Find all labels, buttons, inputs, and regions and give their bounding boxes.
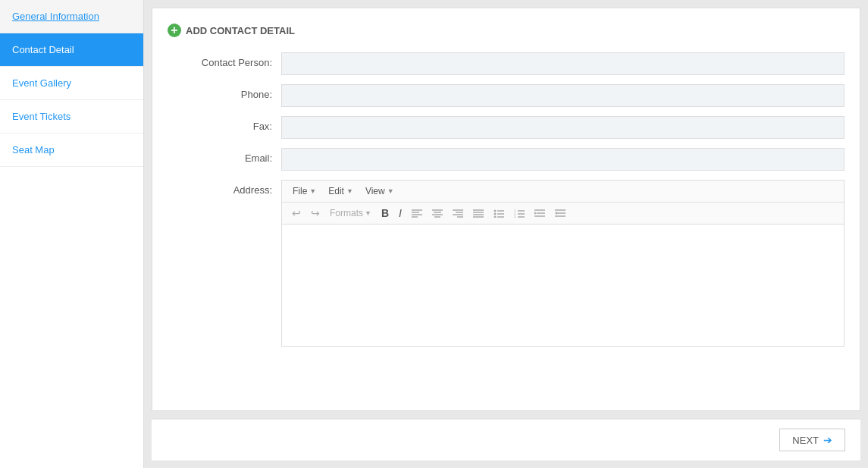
align-center-button[interactable]	[428, 207, 447, 219]
email-input[interactable]	[281, 148, 844, 171]
contact-person-row: Contact Person:	[168, 52, 844, 75]
outdent-button[interactable]	[531, 207, 549, 219]
svg-marker-34	[555, 212, 557, 215]
contact-person-label: Contact Person:	[168, 52, 281, 68]
sidebar-item-event-gallery[interactable]: Event Gallery	[0, 67, 143, 100]
undo-button[interactable]: ↩	[288, 206, 305, 221]
view-menu[interactable]: View ▼	[361, 184, 399, 199]
phone-row: Phone:	[168, 84, 844, 107]
file-menu[interactable]: File ▼	[288, 184, 321, 199]
fax-input[interactable]	[281, 116, 844, 139]
next-arrow-icon: ➔	[823, 434, 832, 446]
italic-button[interactable]: I	[395, 206, 406, 221]
svg-marker-30	[534, 212, 537, 215]
sidebar: General Information Contact Detail Event…	[0, 0, 144, 468]
list-ordered-button[interactable]: 1.2.3.	[510, 207, 528, 219]
svg-point-20	[494, 216, 496, 218]
file-menu-chevron: ▼	[309, 187, 316, 195]
sidebar-item-event-tickets[interactable]: Event Tickets	[0, 100, 143, 133]
main-content: + ADD CONTACT DETAIL Contact Person: Pho…	[144, 0, 868, 468]
address-editor: File ▼ Edit ▼ View ▼ ↩ ↪	[281, 180, 844, 347]
add-icon: +	[168, 24, 181, 37]
editor-toolbar: ↩ ↪ Formats ▼ B I	[282, 203, 844, 225]
indent-button[interactable]	[551, 207, 569, 219]
edit-menu-chevron: ▼	[346, 187, 353, 195]
email-label: Email:	[168, 148, 281, 164]
phone-input[interactable]	[281, 84, 844, 107]
contact-person-input[interactable]	[281, 52, 844, 75]
align-right-button[interactable]	[449, 207, 467, 219]
svg-point-18	[494, 213, 496, 215]
add-contact-header: + ADD CONTACT DETAIL	[168, 24, 844, 37]
bottom-bar: NEXT ➔	[152, 419, 860, 460]
align-left-button[interactable]	[408, 207, 426, 219]
next-button[interactable]: NEXT ➔	[779, 429, 845, 451]
sidebar-item-seat-map[interactable]: Seat Map	[0, 133, 143, 167]
fax-label: Fax:	[168, 116, 281, 132]
svg-text:3.: 3.	[514, 215, 516, 218]
email-row: Email:	[168, 148, 844, 171]
bold-button[interactable]: B	[378, 206, 393, 221]
address-label: Address:	[168, 180, 281, 196]
formats-menu[interactable]: Formats ▼	[326, 206, 375, 220]
editor-menubar: File ▼ Edit ▼ View ▼	[282, 181, 844, 203]
formats-chevron: ▼	[365, 209, 371, 217]
redo-button[interactable]: ↪	[307, 206, 324, 221]
sidebar-item-contact-detail[interactable]: Contact Detail	[0, 33, 143, 67]
justify-button[interactable]	[469, 207, 487, 219]
editor-body[interactable]	[282, 225, 844, 346]
add-contact-label: ADD CONTACT DETAIL	[186, 25, 295, 36]
view-menu-chevron: ▼	[387, 187, 394, 195]
sidebar-item-general-information[interactable]: General Information	[0, 0, 143, 33]
fax-row: Fax:	[168, 116, 844, 139]
svg-point-16	[494, 210, 496, 212]
address-row: Address: File ▼ Edit ▼ View ▼	[168, 180, 844, 347]
edit-menu[interactable]: Edit ▼	[324, 184, 358, 199]
list-unordered-button[interactable]	[490, 207, 508, 219]
phone-label: Phone:	[168, 84, 281, 100]
form-panel: + ADD CONTACT DETAIL Contact Person: Pho…	[152, 8, 860, 411]
